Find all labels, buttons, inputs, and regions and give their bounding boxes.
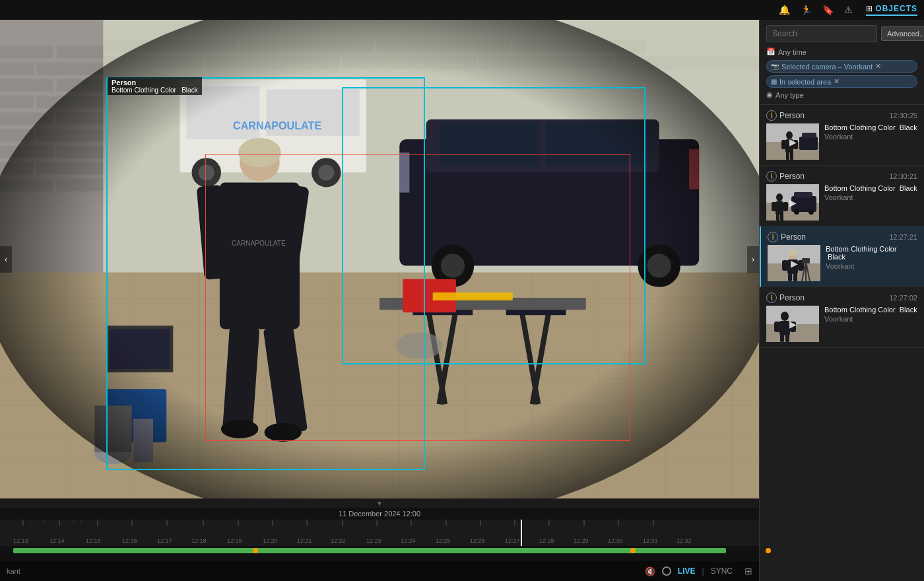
camera-label: kant <box>7 567 20 575</box>
svg-text:12:20: 12:20 <box>263 537 278 544</box>
svg-rect-5 <box>0 63 33 75</box>
grid-icon: ⊞ <box>866 4 873 13</box>
objects-tab[interactable]: ⊞ OBJECTS <box>866 4 917 16</box>
area-chip-remove[interactable]: ✕ <box>834 77 840 86</box>
volume-icon[interactable]: 🔇 <box>645 566 655 576</box>
result-info-3: Bottom Clothing Color Black Voorkant <box>824 306 917 342</box>
search-input[interactable] <box>766 25 877 42</box>
bottom-bar-controls: 🔇 LIVE | SYNC ⊞ <box>645 566 752 576</box>
area-filter-row: ▦ In selected area ✕ <box>766 75 917 88</box>
result-item-2[interactable]: 🚶 Person 12:27:21 <box>760 226 924 287</box>
svg-point-171 <box>788 250 797 256</box>
svg-point-166 <box>808 209 814 215</box>
camera-filter-chip[interactable]: 📷 Selected camera – Voorkant ✕ <box>766 60 917 73</box>
layout-icon[interactable]: ⊞ <box>744 566 752 576</box>
svg-text:12:13: 12:13 <box>13 537 28 544</box>
svg-text:12:17: 12:17 <box>157 537 172 544</box>
result-time-1: 12:30:21 <box>889 172 917 180</box>
result-time-3: 12:27:02 <box>889 294 917 302</box>
svg-text:12:29: 12:29 <box>574 537 589 544</box>
event-dot-3 <box>766 548 771 553</box>
play-overlay-2[interactable]: ▶ <box>791 258 798 269</box>
right-panel: Advanced... 📅 Any time 📷 Selected camera… <box>759 20 924 581</box>
time-filter[interactable]: 📅 Any time <box>766 46 917 57</box>
top-bar-icons: 🔔 🏃 🔖 ⚠ <box>779 5 853 15</box>
result-header-3: 🚶 Person 12:27:02 <box>766 292 917 303</box>
person-icon-3: 🚶 <box>766 292 777 303</box>
svg-rect-161 <box>776 214 779 221</box>
recording-segment <box>13 548 726 553</box>
svg-text:12:18: 12:18 <box>191 537 207 544</box>
objects-tab-label: OBJECTS <box>875 4 917 13</box>
svg-rect-7 <box>0 79 53 91</box>
search-row: Advanced... <box>766 25 917 42</box>
svg-point-165 <box>794 209 799 215</box>
event-dot-2 <box>630 548 636 553</box>
svg-rect-186 <box>774 322 780 332</box>
timeline-track[interactable]: 12:13 12:14 12:15 12:16 12:17 12:18 12:1… <box>0 520 759 546</box>
result-location-2: Voorkant <box>826 262 917 270</box>
attr-value-3: Black <box>900 306 917 314</box>
camera-chip-icon: 📷 <box>771 63 779 70</box>
svg-text:12:23: 12:23 <box>366 537 381 544</box>
right-panel-header: Advanced... 📅 Any time 📷 Selected camera… <box>760 20 924 105</box>
result-item-0[interactable]: 🚶 Person 12:30:25 <box>760 105 924 166</box>
svg-rect-160 <box>783 202 788 211</box>
record-indicator <box>662 566 671 576</box>
bookmark-icon[interactable]: 🔖 <box>822 5 834 15</box>
sync-button[interactable]: SYNC <box>711 566 733 576</box>
type-filter[interactable]: ◉ Any type <box>766 90 917 99</box>
svg-text:12:27: 12:27 <box>505 537 520 544</box>
camera-chip-remove[interactable]: ✕ <box>875 62 881 71</box>
result-time-0: 12:30:25 <box>889 112 917 120</box>
result-thumb-3: ▶ <box>766 306 819 342</box>
result-item-1[interactable]: 🚶 Person 12:30:21 <box>760 166 924 226</box>
svg-rect-4 <box>57 46 107 58</box>
content-area: CARNAPOULATE <box>0 20 924 581</box>
event-dot-1 <box>253 548 258 553</box>
person-icon-1: 🚶 <box>766 171 777 182</box>
result-info-1: Bottom Clothing Color Black Voorkant <box>824 184 917 221</box>
area-chip-label: In selected area <box>779 78 831 86</box>
attr-value-2: Black <box>828 253 845 261</box>
person-running-icon[interactable]: 🏃 <box>801 5 812 15</box>
top-bar: 🔔 🏃 🔖 ⚠ ⊞ OBJECTS <box>0 0 924 20</box>
svg-text:12:24: 12:24 <box>401 537 416 544</box>
svg-text:12:22: 12:22 <box>331 537 346 544</box>
svg-rect-173 <box>782 260 788 271</box>
timeline-collapse-handle[interactable]: ▼ <box>0 498 759 508</box>
svg-rect-158 <box>776 201 783 215</box>
svg-rect-159 <box>772 202 776 211</box>
advanced-button[interactable]: Advanced... <box>881 26 924 41</box>
result-type-0: 🚶 Person <box>766 110 805 121</box>
play-overlay-1[interactable]: ▶ <box>789 197 797 208</box>
result-item-3[interactable]: 🚶 Person 12:27:02 <box>760 287 924 348</box>
result-time-2: 12:27:21 <box>889 233 917 241</box>
result-content-2: ▶ Bottom Clothing Color Black Voorkant <box>768 245 917 281</box>
svg-text:12:16: 12:16 <box>122 537 137 544</box>
live-button[interactable]: LIVE <box>678 566 696 576</box>
result-thumb-1: ▶ <box>766 184 819 221</box>
result-attr-1: Bottom Clothing Color Black <box>824 184 917 192</box>
svg-text:12:19: 12:19 <box>227 537 242 544</box>
svg-text:12:21: 12:21 <box>297 537 312 544</box>
result-type-2: 🚶 Person <box>768 232 806 242</box>
result-info-0: Bottom Clothing Color Black Voorkant <box>824 123 917 160</box>
attr-value-0: Black <box>900 123 917 131</box>
calendar-icon: 📅 <box>766 48 776 56</box>
play-overlay-0[interactable]: ▶ <box>789 137 797 147</box>
person-icon-0: 🚶 <box>766 110 777 121</box>
nav-right-arrow[interactable]: › <box>747 246 759 273</box>
area-filter-chip[interactable]: ▦ In selected area ✕ <box>766 75 917 88</box>
result-content-1: ▶ Bottom Clothing Color Black Voorkant <box>766 184 917 221</box>
attr-value-1: Black <box>900 184 917 192</box>
nav-left-arrow[interactable]: ‹ <box>0 246 12 273</box>
warning-icon[interactable]: ⚠ <box>844 5 853 15</box>
svg-rect-150 <box>786 152 789 160</box>
svg-point-184 <box>781 312 789 321</box>
bell-icon[interactable]: 🔔 <box>779 5 790 15</box>
play-overlay-3[interactable]: ▶ <box>789 319 797 329</box>
camera-filter-row: 📷 Selected camera – Voorkant ✕ <box>766 60 917 73</box>
person-icon-2: 🚶 <box>768 232 778 242</box>
svg-text:12:32: 12:32 <box>676 537 692 544</box>
